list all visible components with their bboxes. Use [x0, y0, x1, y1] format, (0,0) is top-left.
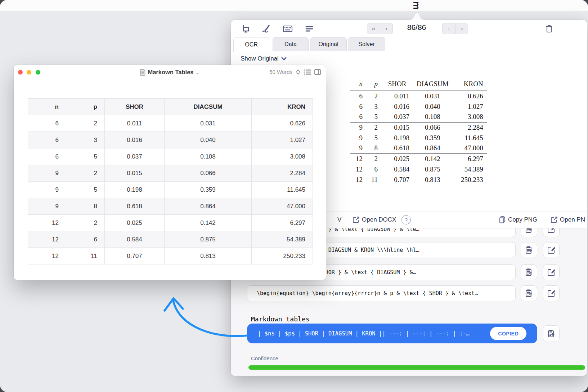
popover-toolbar: « ‹ 86/86 › » — [231, 20, 587, 37]
table-cell: 1.027 — [252, 132, 313, 148]
last-page-button[interactable]: » — [455, 23, 468, 34]
table-cell: 12 — [28, 248, 66, 264]
latex-header-row: n p SHOR DIAGSUM KRON — [350, 79, 487, 91]
table-cell: 6.297 — [452, 153, 487, 164]
markdown-preview-table: n p SHOR DIAGSUM KRON 620.0110.0310.6266… — [28, 98, 313, 264]
tab-data[interactable]: Data — [273, 37, 309, 51]
table-cell: 5 — [66, 148, 105, 165]
first-page-button[interactable]: « — [367, 23, 380, 34]
titlebar-right-group: 50 Words — [269, 69, 321, 75]
table-cell: 9 — [350, 122, 366, 133]
edit-snippet-button[interactable] — [543, 285, 560, 301]
latex-snippet-row[interactable]: \begin{equation} \begin{array}{rrrcr}n &… — [247, 285, 516, 301]
open-png-button[interactable]: Open PN — [551, 211, 587, 228]
col-header-diagsum: DIAGSUM — [165, 99, 252, 115]
table-cell: 6 — [350, 91, 366, 102]
table-cell: 6 — [28, 115, 66, 132]
keyboard-icon[interactable] — [282, 23, 293, 35]
table-cell: 0.359 — [165, 182, 252, 198]
table-cell: 0.015 — [105, 165, 165, 182]
table-cell: 0.198 — [381, 133, 413, 143]
list-icon[interactable] — [304, 69, 311, 75]
latex-col-p: p — [366, 79, 381, 91]
show-original-dropdown[interactable]: Show Original — [241, 55, 287, 62]
open-docx-button[interactable]: Open DOCX — [353, 211, 396, 228]
tab-original[interactable]: Original — [310, 37, 347, 51]
col-header-shor: SHOR — [105, 99, 165, 115]
table-cell: 2 — [366, 91, 381, 102]
copy-png-label: Copy PNG — [508, 216, 537, 223]
sidebar-panel-icon[interactable] — [314, 69, 321, 75]
latex-col-kron: KRON — [452, 79, 487, 91]
table-cell: 5 — [66, 182, 105, 198]
tab-ocr[interactable]: OCR — [233, 37, 269, 52]
table-cell: 12 — [350, 164, 366, 174]
snip-crop-icon[interactable] — [239, 23, 251, 35]
table-row: 950.1980.35911.645 — [350, 133, 487, 143]
edit-snippet-button[interactable] — [543, 264, 560, 280]
mathpix-menubar-icon[interactable]: m — [411, 0, 422, 11]
table-cell: 0.025 — [381, 153, 413, 164]
menu-bar: m — [0, 0, 588, 11]
table-cell: 0.707 — [381, 174, 413, 185]
word-count[interactable]: 50 Words — [269, 69, 292, 75]
edit-snippet-button[interactable] — [543, 242, 560, 258]
next-page-button[interactable]: › — [443, 23, 455, 34]
copy-to-clipboard-button[interactable] — [521, 242, 537, 258]
table-cell: 0.040 — [165, 132, 252, 148]
table-cell: 9 — [28, 198, 66, 215]
table-cell: 0.031 — [165, 115, 252, 132]
markdown-code-text: | $n$ | $p$ | SHOR | DIAGSUM | KRON || -… — [247, 330, 470, 337]
page-indicator: 86/86 — [397, 23, 436, 32]
lines-ocr-icon[interactable] — [304, 23, 315, 35]
table-cell: 0.584 — [105, 231, 165, 248]
copy-to-clipboard-button[interactable] — [543, 325, 560, 342]
table-cell: 0.016 — [381, 101, 413, 112]
table-cell: 0.108 — [165, 148, 252, 165]
tab-bar: OCR Data Original Solver — [231, 37, 587, 51]
table-row: 980.6180.86447.000 — [28, 198, 313, 215]
table-cell: 0.015 — [381, 122, 413, 133]
table-row: 920.0150.0662.284 — [28, 165, 313, 182]
copy-to-clipboard-button[interactable] — [521, 285, 537, 301]
table-cell: 54.389 — [252, 231, 313, 248]
draw-pen-icon[interactable] — [260, 23, 272, 35]
table-row: 950.1980.35911.645 — [28, 182, 313, 198]
table-cell: 2 — [66, 165, 105, 182]
table-cell: 0.359 — [413, 133, 452, 143]
tab-solver[interactable]: Solver — [348, 37, 385, 51]
copy-png-button[interactable]: Copy PNG — [499, 211, 537, 228]
table-cell: 6 — [28, 132, 66, 148]
external-link-icon — [551, 216, 558, 223]
table-row: 920.0150.0662.284 — [350, 122, 487, 133]
table-row: 1220.0250.1426.297 — [28, 215, 313, 231]
col-header-p: p — [66, 99, 105, 115]
trash-icon[interactable] — [543, 23, 555, 34]
table-cell: 11.645 — [452, 133, 487, 143]
prev-page-button[interactable]: ‹ — [380, 23, 392, 34]
table-cell: 0.813 — [165, 248, 252, 264]
table-row: 650.0370.1083.008 — [350, 112, 487, 122]
table-cell: 11 — [66, 248, 105, 264]
copy-to-clipboard-button[interactable] — [521, 264, 537, 280]
document-icon — [140, 69, 145, 76]
table-cell: 0.618 — [381, 143, 413, 153]
stepper-icon[interactable] — [296, 69, 300, 75]
pager-forward-group: › » — [442, 23, 468, 34]
col-header-kron: KRON — [252, 99, 313, 115]
latex-col-diagsum: DIAGSUM — [413, 79, 452, 91]
table-cell: 9 — [350, 143, 366, 153]
table-cell: 0.066 — [413, 122, 452, 133]
table-cell: 0.864 — [165, 198, 252, 215]
table-cell: 0.108 — [413, 112, 452, 122]
table-cell: 2 — [366, 122, 381, 133]
table-cell: 12 — [28, 215, 66, 231]
table-cell: 0.626 — [252, 115, 313, 132]
table-row: 630.0160.0401.027 — [350, 101, 487, 112]
copied-badge: COPIED — [490, 327, 526, 340]
table-cell: 54.389 — [452, 164, 487, 174]
pager-back-group: « ‹ — [367, 23, 393, 34]
markdown-code-bar[interactable]: | $n$ | $p$ | SHOR | DIAGSUM | KRON || -… — [247, 324, 537, 343]
help-icon[interactable]: ? — [401, 215, 411, 224]
chevron-down-icon — [281, 57, 287, 61]
